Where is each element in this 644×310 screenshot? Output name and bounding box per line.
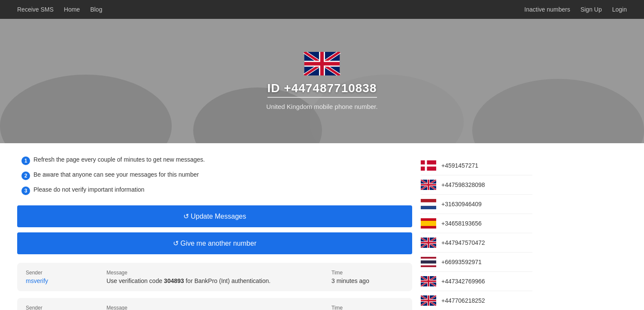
sidebar-phone-0: +4591457271 bbox=[441, 162, 478, 169]
nav-left: Receive SMS Home Blog bbox=[17, 6, 102, 13]
nav-home[interactable]: Home bbox=[64, 6, 80, 13]
sidebar-number-item-6[interactable]: +447342769966 bbox=[421, 272, 532, 291]
tips-section: 1 Refresh the page every couple of minut… bbox=[17, 156, 412, 195]
nav-login[interactable]: Login bbox=[612, 6, 627, 13]
svg-rect-6 bbox=[421, 202, 436, 206]
sidebar: +4591457271+447598328098+31630946409+346… bbox=[421, 156, 532, 310]
time-label-2: Time bbox=[331, 305, 404, 310]
sidebar-flag-0 bbox=[421, 160, 436, 171]
sidebar-number-item-2[interactable]: +31630946409 bbox=[421, 195, 532, 214]
tip-text-3: Please do not verify important informati… bbox=[33, 186, 144, 193]
message-label-1: Message bbox=[106, 270, 323, 276]
tip-number-3: 3 bbox=[21, 187, 30, 195]
msg-body-section-1: Message Use verification code 304893 for… bbox=[106, 270, 323, 284]
tip-number-2: 2 bbox=[21, 172, 30, 180]
sender-label-2: Sender bbox=[26, 305, 98, 310]
uk-flag-hero bbox=[303, 52, 341, 75]
sidebar-phone-6: +447342769966 bbox=[441, 278, 485, 285]
sidebar-number-item-4[interactable]: +447947570472 bbox=[421, 233, 532, 253]
sender-value-1[interactable]: msverify bbox=[26, 277, 98, 284]
svg-rect-7 bbox=[421, 206, 436, 209]
msg-body-section-2: Message Use verification code 701544 for… bbox=[106, 305, 323, 310]
message-card-2: Sender msverify Message Use verification… bbox=[17, 298, 412, 310]
msg-prefix-1: Use verification code bbox=[106, 277, 164, 284]
sidebar-number-item-5[interactable]: +66993592971 bbox=[421, 253, 532, 272]
message-body-1: Use verification code 304893 for BankPro… bbox=[106, 277, 323, 284]
sidebar-phone-4: +447947570472 bbox=[441, 239, 485, 246]
nav-right: Inactive numbers Sign Up Login bbox=[524, 6, 627, 13]
sidebar-number-item-1[interactable]: +447598328098 bbox=[421, 175, 532, 195]
msg-sender-section-1: Sender msverify bbox=[26, 270, 98, 284]
svg-rect-9 bbox=[421, 221, 436, 226]
navbar: Receive SMS Home Blog Inactive numbers S… bbox=[0, 0, 644, 19]
sidebar-phone-3: +34658193656 bbox=[441, 220, 482, 227]
sidebar-number-item-3[interactable]: +34658193656 bbox=[421, 214, 532, 233]
nav-signup[interactable]: Sign Up bbox=[580, 6, 602, 13]
tip-text-1: Refresh the page every couple of minutes… bbox=[33, 156, 205, 163]
sidebar-flag-4 bbox=[421, 238, 436, 248]
sidebar-phone-5: +66993592971 bbox=[441, 259, 482, 265]
update-messages-button[interactable]: ↺ Update Messages bbox=[17, 205, 412, 227]
sidebar-flag-7 bbox=[421, 295, 436, 306]
message-label-2: Message bbox=[106, 305, 323, 310]
msg-time-section-2: Time 3 minutes ago bbox=[331, 305, 404, 310]
content-area: 1 Refresh the page every couple of minut… bbox=[17, 156, 412, 310]
give-another-number-button[interactable]: ↺ Give me another number bbox=[17, 232, 412, 254]
tip-text-2: Be aware that anyone can see your messag… bbox=[33, 171, 199, 178]
sidebar-number-item-0[interactable]: +4591457271 bbox=[421, 156, 532, 175]
tip-3: 3 Please do not verify important informa… bbox=[21, 186, 412, 195]
nav-inactive-numbers[interactable]: Inactive numbers bbox=[524, 6, 570, 13]
sidebar-phone-7: +447706218252 bbox=[441, 297, 485, 304]
tip-2: 2 Be aware that anyone can see your mess… bbox=[21, 171, 412, 180]
time-value-1: 3 minutes ago bbox=[331, 277, 404, 284]
svg-rect-13 bbox=[421, 260, 436, 263]
sidebar-number-list: +4591457271+447598328098+31630946409+346… bbox=[421, 156, 532, 310]
sidebar-flag-2 bbox=[421, 199, 436, 209]
hero-subtitle: United Kingdom mobile phone number. bbox=[266, 103, 377, 110]
tip-1: 1 Refresh the page every couple of minut… bbox=[21, 156, 412, 165]
sidebar-flag-5 bbox=[421, 257, 436, 267]
phone-id: ID +447487710838 bbox=[267, 81, 377, 98]
sidebar-flag-6 bbox=[421, 276, 436, 286]
hero-section: ID +447487710838 United Kingdom mobile p… bbox=[0, 19, 644, 143]
time-label-1: Time bbox=[331, 270, 404, 276]
tip-number-1: 1 bbox=[21, 157, 30, 165]
msg-sender-section-2: Sender msverify bbox=[26, 305, 98, 310]
svg-rect-3 bbox=[421, 165, 436, 167]
sidebar-flag-3 bbox=[421, 218, 436, 229]
sidebar-phone-2: +31630946409 bbox=[441, 201, 482, 208]
sidebar-phone-1: +447598328098 bbox=[441, 181, 485, 188]
sender-label-1: Sender bbox=[26, 270, 98, 276]
nav-receive-sms[interactable]: Receive SMS bbox=[17, 6, 54, 13]
msg-suffix-1: for BankPro (Int) authentication. bbox=[184, 277, 271, 284]
msg-time-section-1: Time 3 minutes ago bbox=[331, 270, 404, 284]
message-card-1: Sender msverify Message Use verification… bbox=[17, 263, 412, 291]
nav-blog[interactable]: Blog bbox=[90, 6, 102, 13]
sidebar-flag-1 bbox=[421, 180, 436, 190]
sidebar-number-item-7[interactable]: +447706218252 bbox=[421, 291, 532, 310]
msg-code-1: 304893 bbox=[164, 277, 184, 284]
main-container: 1 Refresh the page every couple of minut… bbox=[0, 143, 644, 310]
